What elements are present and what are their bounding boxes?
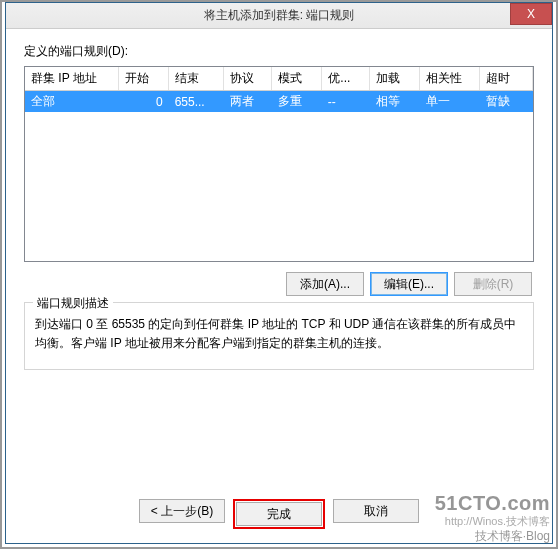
- cell-protocol: 两者: [224, 91, 272, 113]
- wizard-footer: < 上一步(B) 完成 取消: [6, 499, 552, 529]
- edit-button[interactable]: 编辑(E)...: [370, 272, 448, 296]
- cell-load: 相等: [370, 91, 420, 113]
- back-button[interactable]: < 上一步(B): [139, 499, 225, 523]
- cell-timeout: 暂缺: [480, 91, 533, 113]
- col-load[interactable]: 加载: [370, 67, 420, 91]
- cell-start: 0: [118, 91, 168, 113]
- col-cluster-ip[interactable]: 群集 IP 地址: [25, 67, 118, 91]
- dialog-content: 定义的端口规则(D): 群集 IP 地址 开始 结束 协议 模式 优... 加载: [6, 29, 552, 380]
- cell-mode: 多重: [272, 91, 322, 113]
- add-button[interactable]: 添加(A)...: [286, 272, 364, 296]
- cell-end: 655...: [169, 91, 224, 113]
- remove-button: 删除(R): [454, 272, 532, 296]
- description-title: 端口规则描述: [33, 295, 113, 312]
- cell-affinity: 单一: [420, 91, 480, 113]
- titlebar-text: 将主机添加到群集: 端口规则: [6, 7, 552, 24]
- col-protocol[interactable]: 协议: [224, 67, 272, 91]
- cell-priority: --: [322, 91, 370, 113]
- titlebar: 将主机添加到群集: 端口规则 X: [6, 3, 552, 29]
- port-rules-table[interactable]: 群集 IP 地址 开始 结束 协议 模式 优... 加载 相关性 超时 全部 0: [24, 66, 534, 262]
- description-text: 到达端口 0 至 65535 的定向到任何群集 IP 地址的 TCP 和 UDP…: [35, 315, 523, 353]
- table-row[interactable]: 全部 0 655... 两者 多重 -- 相等 单一 暂缺: [25, 91, 533, 113]
- col-end[interactable]: 结束: [169, 67, 224, 91]
- col-priority[interactable]: 优...: [322, 67, 370, 91]
- description-groupbox: 端口规则描述 到达端口 0 至 65535 的定向到任何群集 IP 地址的 TC…: [24, 302, 534, 370]
- col-timeout[interactable]: 超时: [480, 67, 533, 91]
- col-start[interactable]: 开始: [118, 67, 168, 91]
- cancel-button[interactable]: 取消: [333, 499, 419, 523]
- table-buttons: 添加(A)... 编辑(E)... 删除(R): [24, 272, 532, 296]
- close-button[interactable]: X: [510, 3, 552, 25]
- cell-cluster-ip: 全部: [25, 91, 118, 113]
- finish-highlight: 完成: [233, 499, 325, 529]
- screenshot-frame: 将主机添加到群集: 端口规则 X 定义的端口规则(D): 群集 IP 地址 开始…: [0, 0, 558, 549]
- port-rules-label: 定义的端口规则(D):: [24, 43, 534, 60]
- col-affinity[interactable]: 相关性: [420, 67, 480, 91]
- close-icon: X: [527, 7, 535, 21]
- dialog-window: 将主机添加到群集: 端口规则 X 定义的端口规则(D): 群集 IP 地址 开始…: [5, 2, 553, 544]
- table-header-row: 群集 IP 地址 开始 结束 协议 模式 优... 加载 相关性 超时: [25, 67, 533, 91]
- finish-button[interactable]: 完成: [236, 502, 322, 526]
- col-mode[interactable]: 模式: [272, 67, 322, 91]
